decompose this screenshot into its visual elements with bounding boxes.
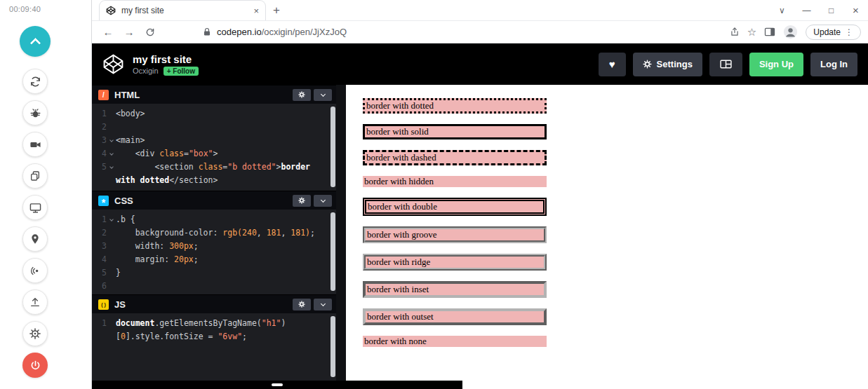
browser-window: my first site × + ∨ — □ × ← → codepen.io…: [91, 0, 868, 389]
fold-chevron-icon[interactable]: [109, 138, 114, 142]
heart-icon: ♥: [609, 58, 615, 70]
tab-list-chevron-icon[interactable]: ∨: [770, 0, 794, 20]
console-bar[interactable]: [92, 381, 462, 389]
update-label: Update: [813, 27, 841, 37]
editor-preview-resizer[interactable]: [336, 85, 346, 381]
pen-settings-button[interactable]: Settings: [633, 53, 702, 76]
gear-icon: [298, 91, 305, 98]
tab-strip: my first site × + ∨ — □ ×: [92, 0, 868, 21]
padlock-icon: [203, 27, 211, 36]
code-line: 5 <section class="b dotted">border: [92, 161, 336, 174]
code-line: 6: [92, 280, 336, 293]
js-panel: ( ) JS 1document.getElementsByTagName("h…: [92, 294, 336, 381]
recorder-toolbar: [20, 26, 51, 378]
change-view-button[interactable]: [709, 53, 742, 76]
fold-chevron-icon[interactable]: [109, 165, 114, 169]
stop-recording-button[interactable]: [22, 353, 48, 378]
pen-titles: my first site Ocxigin + Follow: [133, 53, 199, 76]
js-scrollbar[interactable]: [330, 316, 335, 377]
html-collapse-button[interactable]: [314, 89, 332, 101]
profile-avatar[interactable]: [783, 25, 798, 39]
fold-chevron-icon[interactable]: [109, 151, 114, 156]
code-line: 4 margin: 20px;: [92, 253, 336, 266]
css-editor[interactable]: 1.b {2 background-color: rgb(240, 181, 1…: [92, 210, 336, 294]
preview-box-ridge: border with ridge: [363, 254, 547, 271]
new-tab-button[interactable]: +: [266, 0, 287, 20]
location-button[interactable]: [22, 226, 48, 252]
fold-chevron-icon[interactable]: [109, 217, 114, 221]
js-settings-button[interactable]: [293, 299, 311, 310]
back-button[interactable]: ←: [99, 23, 117, 41]
css-collapse-button[interactable]: [314, 195, 332, 207]
code-line: 4 <div class="box">: [92, 147, 336, 161]
gear-icon: [298, 301, 305, 308]
preview-box-double: border with double: [363, 198, 547, 216]
css-scrollbar[interactable]: [330, 212, 335, 291]
forward-button[interactable]: →: [120, 23, 138, 41]
html-scrollbar[interactable]: [330, 107, 335, 187]
editor-column: / HTML 1<body>23<main>4 <div class="box"…: [92, 85, 336, 381]
css-panel-header: * CSS: [92, 191, 336, 210]
screen: 00:09:40: [0, 0, 868, 389]
js-editor[interactable]: 1document.getElementsByTagName("h1")[0].…: [92, 313, 336, 381]
recorder-settings-button[interactable]: [22, 321, 48, 346]
header-actions: ♥ Settings Sign Up Log In: [599, 53, 857, 76]
bottom-bar: [92, 381, 868, 389]
preview-box-dotted: border with dotted: [363, 98, 547, 114]
power-icon: [29, 360, 41, 371]
tap-ripple-icon: [29, 265, 41, 277]
avatar-icon: [783, 25, 798, 39]
maximize-button[interactable]: □: [819, 0, 843, 20]
bookmark-button[interactable]: ☆: [747, 26, 756, 39]
css-settings-button[interactable]: [293, 195, 311, 207]
camera-button[interactable]: [22, 132, 48, 157]
reload-button[interactable]: [141, 23, 159, 41]
sign-up-button[interactable]: Sign Up: [749, 53, 803, 76]
code-line: 5}: [92, 266, 336, 280]
preview-box-none: border with none: [363, 336, 547, 347]
like-button[interactable]: ♥: [599, 53, 626, 76]
drag-handle[interactable]: [272, 383, 283, 386]
follow-button[interactable]: + Follow: [163, 67, 199, 76]
code-line: 2 background-color: rgb(240, 181, 181);: [92, 226, 336, 240]
sync-button[interactable]: [22, 69, 48, 94]
js-collapse-button[interactable]: [314, 299, 332, 310]
copy-icon: [29, 170, 41, 182]
preview-box-inset: border with inset: [363, 281, 547, 298]
tab-close-icon[interactable]: ×: [253, 6, 259, 16]
window-close-button[interactable]: ×: [843, 0, 868, 20]
log-in-button[interactable]: Log In: [810, 53, 857, 76]
video-camera-icon: [29, 139, 41, 151]
minimize-button[interactable]: —: [794, 0, 819, 20]
omnibox[interactable]: codepen.io/ocxigin/pen/JjXzJoQ: [203, 27, 727, 37]
collapse-toolbar-button[interactable]: [20, 26, 51, 57]
html-settings-button[interactable]: [293, 89, 311, 101]
copy-button[interactable]: [22, 163, 48, 189]
js-icon: ( ): [98, 299, 109, 310]
url-text: codepen.io/ocxigin/pen/JjXzJoQ: [217, 27, 347, 37]
preview-pane: border with dottedborder with solidborde…: [346, 85, 868, 381]
chevron-up-icon: [29, 38, 41, 49]
kebab-menu-icon: ⋮: [845, 27, 853, 37]
html-panel: / HTML 1<body>23<main>4 <div class="box"…: [92, 85, 336, 191]
bug-report-button[interactable]: [22, 100, 48, 125]
chevron-down-icon: [320, 301, 325, 306]
share-button[interactable]: [730, 27, 740, 37]
side-panel-button[interactable]: [764, 27, 775, 36]
bug-icon: [29, 107, 41, 119]
html-panel-header: / HTML: [92, 85, 336, 104]
pen-author-link[interactable]: Ocxigin: [133, 67, 159, 75]
html-editor[interactable]: 1<body>23<main>4 <div class="box">5 <sec…: [92, 104, 336, 191]
screen-capture-button[interactable]: [22, 195, 48, 220]
codepen-logo-icon: [102, 53, 124, 75]
css-panel: * CSS 1.b {2 background-color: rgb(240, …: [92, 191, 336, 294]
update-button[interactable]: Update ⋮: [806, 25, 861, 40]
monitor-icon: [29, 202, 41, 214]
click-effect-button[interactable]: [22, 258, 48, 283]
side-panel-icon: [764, 27, 775, 36]
browser-tab[interactable]: my first site ×: [99, 0, 266, 20]
upload-button[interactable]: [22, 289, 48, 315]
share-icon: [730, 27, 740, 37]
chevron-down-icon: [320, 91, 325, 96]
codepen-header: my first site Ocxigin + Follow ♥ Setting…: [92, 43, 868, 85]
